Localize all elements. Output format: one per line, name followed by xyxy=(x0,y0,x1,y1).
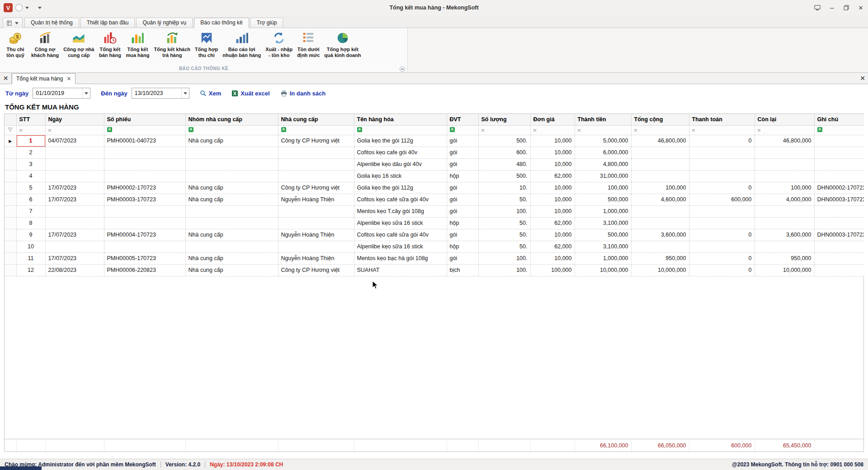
grid-cell[interactable] xyxy=(278,241,354,252)
grid-cell[interactable] xyxy=(689,217,755,229)
grid-cell[interactable]: 46,800,000 xyxy=(755,135,814,147)
grid-cell[interactable]: 10. xyxy=(478,182,530,194)
ribbon-tab[interactable]: Báo cáo thống kê xyxy=(194,18,249,28)
ribbon-tab[interactable]: Quản trị hệ thống xyxy=(24,18,79,28)
grid-cell[interactable] xyxy=(814,158,864,170)
grid-cell[interactable]: 100,000 xyxy=(755,182,814,194)
grid-cell[interactable]: 100. xyxy=(478,252,530,264)
grid-cell[interactable]: gói xyxy=(447,147,478,158)
column-header[interactable]: Nhóm nhà cung cấp xyxy=(185,114,278,125)
grid-cell[interactable] xyxy=(185,205,278,217)
grid-cell[interactable]: 480. xyxy=(478,158,530,170)
ribbon-tool-tong-ket-khach-tra-hang[interactable]: Tổng kết kháchtrả hàng xyxy=(151,30,193,59)
grid-cell[interactable]: gói xyxy=(447,205,478,217)
grid-cell[interactable]: PMH00005-170723 xyxy=(104,252,185,264)
grid-cell[interactable]: hộp xyxy=(447,217,478,229)
grid-cell[interactable] xyxy=(631,241,689,252)
grid-cell[interactable] xyxy=(631,170,689,182)
grid-cell[interactable]: 5 xyxy=(16,182,45,194)
grid-cell[interactable] xyxy=(631,217,689,229)
grid-cell[interactable]: hộp xyxy=(447,241,478,252)
grid-cell[interactable]: DHN00002-170723 xyxy=(814,182,864,194)
grid-cell[interactable] xyxy=(814,170,864,182)
grid-cell[interactable]: 950,000 xyxy=(631,252,689,264)
grid-cell[interactable]: 10,000 xyxy=(530,158,575,170)
grid-cell[interactable]: 22/08/2023 xyxy=(45,264,104,276)
column-header[interactable]: Thanh toán xyxy=(689,114,755,125)
grid-cell[interactable]: PMH00001-040723 xyxy=(104,135,185,147)
grid-cell[interactable] xyxy=(689,170,755,182)
grid-cell[interactable]: 100,000 xyxy=(631,182,689,194)
grid-cell[interactable]: 950,000 xyxy=(755,252,814,264)
grid-cell[interactable]: 31,000,000 xyxy=(575,170,631,182)
grid-cell[interactable]: gói xyxy=(447,229,478,241)
grid-cell[interactable]: Mentos kẹo bạc hà gói 108g xyxy=(354,252,447,264)
column-header[interactable]: Tên hàng hóa xyxy=(354,114,447,125)
grid-cell[interactable] xyxy=(185,158,278,170)
grid-cell[interactable] xyxy=(689,147,755,158)
grid-cell[interactable]: 10,000 xyxy=(530,205,575,217)
ribbon-tool-xuat-nhap-ton-kho[interactable]: Xuất - nhập- tồn kho xyxy=(263,30,295,59)
grid-cell[interactable]: Cofitos kẹo café sữa gói 40v xyxy=(354,229,447,241)
grid-cell[interactable] xyxy=(755,147,814,158)
ribbon-tool-tong-hop-ket-qua-kinh-doanh[interactable]: Tổng hợp kếtquả kinh doanh xyxy=(322,30,363,59)
grid-cell[interactable]: 600,000 xyxy=(689,194,755,205)
filter-cell[interactable] xyxy=(104,125,185,135)
filter-cell[interactable] xyxy=(278,125,354,135)
ribbon-tool-tong-ket-ban-hang[interactable]: Tổng kếtbán hàng xyxy=(96,30,123,59)
grid-cell[interactable]: 50. xyxy=(478,194,530,205)
grid-cell[interactable]: Nhà cung cấp xyxy=(185,264,278,276)
filter-cell[interactable]: = xyxy=(478,125,530,135)
view-button[interactable]: Xem xyxy=(200,90,221,97)
grid-cell[interactable]: 62,000 xyxy=(530,217,575,229)
close-all-tabs-button[interactable]: ✕ xyxy=(0,73,12,84)
grid-cell[interactable]: 100,000 xyxy=(530,264,575,276)
grid-cell[interactable] xyxy=(104,158,185,170)
grid-cell[interactable]: 04/07/2023 xyxy=(45,135,104,147)
chevron-down-icon[interactable] xyxy=(181,88,189,98)
grid-cell[interactable] xyxy=(104,170,185,182)
grid-cell[interactable]: 4,000,000 xyxy=(755,194,814,205)
grid-cell[interactable] xyxy=(278,205,354,217)
filter-cell[interactable] xyxy=(814,125,864,135)
grid-cell[interactable]: Nguyễn Hoàng Thiện xyxy=(278,252,354,264)
grid-cell[interactable]: Nhà cung cấp xyxy=(185,229,278,241)
grid-cell[interactable]: Mentos kẹo T.cây gói 108g xyxy=(354,205,447,217)
grid-cell[interactable]: 10,000 xyxy=(530,147,575,158)
grid-cell[interactable]: Golia kẹo 16 stick xyxy=(354,170,447,182)
grid-cell[interactable]: 10,000 xyxy=(530,194,575,205)
grid-cell[interactable]: 2 xyxy=(16,147,45,158)
grid-cell[interactable]: 1,000,000 xyxy=(575,252,631,264)
grid-cell[interactable] xyxy=(814,217,864,229)
grid-cell[interactable] xyxy=(689,205,755,217)
grid-cell[interactable] xyxy=(45,205,104,217)
grid-cell[interactable]: 5,000,000 xyxy=(575,135,631,147)
grid-cell[interactable]: 62,000 xyxy=(530,170,575,182)
grid-cell[interactable] xyxy=(45,241,104,252)
grid-cell[interactable]: 10 xyxy=(16,241,45,252)
grid-cell[interactable]: 7 xyxy=(16,205,45,217)
column-header[interactable]: Ghi chú xyxy=(814,114,864,125)
grid-cell[interactable]: 1,000,000 xyxy=(575,205,631,217)
grid-cell[interactable]: 600. xyxy=(478,147,530,158)
grid-cell[interactable] xyxy=(689,241,755,252)
ribbon-tab[interactable]: Thiết lập ban đầu xyxy=(80,18,135,28)
grid-cell[interactable]: 500,000 xyxy=(575,194,631,205)
grid-cell[interactable] xyxy=(185,217,278,229)
grid-cell[interactable]: Nhà cung cấp xyxy=(185,182,278,194)
filter-cell[interactable]: = xyxy=(631,125,689,135)
grid-cell[interactable]: 3,600,000 xyxy=(755,229,814,241)
column-header[interactable]: Còn lại xyxy=(755,114,814,125)
filter-cell[interactable] xyxy=(354,125,447,135)
restore-button[interactable] xyxy=(839,2,854,13)
grid-cell[interactable] xyxy=(278,170,354,182)
grid-cell[interactable]: 62,000 xyxy=(530,241,575,252)
column-header[interactable]: Số lượng xyxy=(478,114,530,125)
column-header[interactable]: Nhà cung cấp xyxy=(278,114,354,125)
customize-toolbar-icon[interactable] xyxy=(38,7,42,9)
ribbon-tool-ton-duoi-dinh-muc[interactable]: Tồn dướiđịnh mức xyxy=(295,30,322,59)
grid-cell[interactable] xyxy=(631,147,689,158)
grid-cell[interactable]: Cofitos kẹo café sữa gói 40v xyxy=(354,194,447,205)
grid-cell[interactable]: 17/07/2023 xyxy=(45,252,104,264)
grid-cell[interactable] xyxy=(278,147,354,158)
